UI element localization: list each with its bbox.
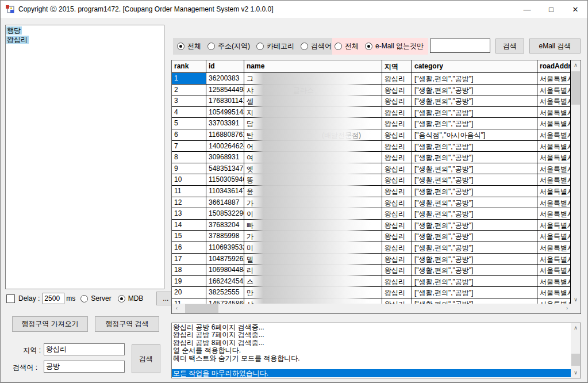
cell[interactable]: 서울특별시 — [537, 186, 571, 197]
cell[interactable]: 서울특별시 — [537, 163, 571, 174]
cell[interactable]: 13 — [172, 208, 206, 219]
scroll-up-icon[interactable]: ∧ — [571, 323, 581, 333]
scroll-down-icon[interactable]: ∨ — [571, 368, 581, 378]
scrollbar-thumb[interactable] — [571, 354, 580, 366]
cell[interactable]: 3 — [172, 95, 206, 106]
cell[interactable]: 왕십리 — [382, 254, 412, 265]
region-input[interactable] — [44, 343, 125, 355]
cell[interactable]: ["생활,편의","공방"] — [412, 254, 537, 265]
cell[interactable]: 37885998 — [206, 231, 244, 242]
scope-radio-option[interactable]: 주소(지역) — [207, 41, 250, 51]
cell[interactable]: 1069804484 — [206, 265, 244, 275]
cell[interactable]: ["생활,편의","공방"] — [412, 231, 537, 242]
log-line[interactable]: 왕십리 공방 6페이지 검색중... — [173, 324, 581, 331]
cell[interactable]: 2 — [172, 85, 206, 95]
scrollbar-thumb[interactable] — [571, 71, 580, 105]
cell[interactable]: ["생활,편의","공방"] — [412, 287, 537, 298]
cell[interactable]: 36200383 — [206, 73, 244, 84]
cell[interactable]: 1150305946 — [206, 174, 244, 185]
scroll-left-icon[interactable]: ‹ — [172, 304, 182, 313]
cell[interactable]: ["생활,편의","공방"] — [412, 163, 537, 174]
cell[interactable]: 서울특별시 — [537, 107, 571, 118]
cell[interactable]: ["생활,편의","공방"] — [412, 73, 537, 84]
region-listbox[interactable]: 행당왕십리 — [5, 25, 164, 289]
cell[interactable]: 왕십리 — [382, 152, 412, 163]
search-regions-button[interactable]: 행정구역 검색 — [95, 316, 159, 332]
list-item[interactable]: 왕십리 — [6, 35, 163, 44]
cell[interactable]: 서울특별시 — [537, 287, 571, 298]
log-line[interactable]: 열 순서를 적용합니다. — [173, 347, 581, 354]
cell[interactable]: ["생활,편의","공방"] — [412, 242, 537, 253]
cell[interactable]: 16 — [172, 242, 206, 253]
cell[interactable]: 서울특별시 — [537, 129, 571, 140]
column-header-0[interactable]: rank — [172, 60, 206, 72]
cell[interactable]: 8 — [172, 152, 206, 163]
list-item[interactable]: 행당 — [6, 26, 163, 35]
scroll-up-icon[interactable]: ∧ — [571, 60, 581, 70]
cell[interactable]: ["생활,편의","공방"] — [412, 197, 537, 208]
grid-horizontal-scrollbar[interactable]: ‹ › — [172, 304, 572, 313]
cell[interactable]: 왕십리 — [382, 95, 412, 106]
cell[interactable]: 서울특별시 — [537, 85, 571, 95]
email-radio-option[interactable]: e-Mail 없는것만 — [365, 41, 424, 51]
cell[interactable]: 1103436147 — [206, 186, 244, 197]
cell[interactable]: 왕십리 — [382, 265, 412, 275]
cell[interactable]: 서울특별시 — [537, 265, 571, 275]
cell[interactable]: 9 — [172, 163, 206, 174]
cell[interactable]: 서울특별시 — [537, 95, 571, 106]
minimize-button[interactable]: — — [515, 1, 539, 18]
cell[interactable]: 서울특별시 — [537, 220, 571, 231]
cell[interactable]: 서울특별시 — [537, 152, 571, 163]
cell[interactable]: ["생활,편의","공방"] — [412, 118, 537, 129]
cell[interactable]: 6 — [172, 129, 206, 140]
cell[interactable]: 38252555 — [206, 287, 244, 298]
grid-vertical-scrollbar[interactable]: ∧ ∨ — [571, 60, 581, 305]
filter-search-input[interactable] — [430, 39, 490, 53]
scope-radio-option[interactable]: 카테고리 — [256, 41, 294, 51]
cell[interactable]: 14 — [172, 220, 206, 231]
left-search-button[interactable]: 검색 — [132, 344, 160, 373]
cell[interactable]: 왕십리 — [382, 208, 412, 219]
cell[interactable]: 5 — [172, 118, 206, 129]
cell[interactable]: ["생활,편의","공방"] — [412, 152, 537, 163]
cell[interactable]: 왕십리 — [382, 107, 412, 118]
cell[interactable]: 서울특별시 — [537, 231, 571, 242]
cell[interactable]: ["생활,편의","공방"] — [412, 95, 537, 106]
cell[interactable]: 36614887 — [206, 197, 244, 208]
column-header-3[interactable]: 지역 — [382, 60, 412, 72]
cell[interactable]: 서울특별시 — [537, 141, 571, 152]
column-header-2[interactable]: name — [244, 60, 382, 72]
source-radio-option[interactable]: Server — [80, 294, 111, 302]
cell[interactable]: 1106939532 — [206, 242, 244, 253]
cell[interactable]: 18 — [172, 265, 206, 275]
column-header-1[interactable]: id — [206, 60, 244, 72]
cell[interactable]: 왕십리 — [382, 118, 412, 129]
cell[interactable]: ["생활,편의","공방"] — [412, 174, 537, 185]
cell[interactable]: ["생활,편의","공방"] — [412, 265, 537, 275]
cell[interactable]: 33703391 — [206, 118, 244, 129]
email-radio-option[interactable]: 전체 — [335, 41, 359, 51]
fetch-regions-button[interactable]: 행정구역 가져오기 — [12, 316, 88, 332]
filter-search-button[interactable]: 검색 — [495, 39, 524, 53]
cell[interactable]: 서울특별시 — [537, 276, 571, 287]
cell[interactable]: 서울특별시 — [537, 242, 571, 253]
cell[interactable]: ["생활,편의","공방"] — [412, 141, 537, 152]
cell[interactable]: 왕십리 — [382, 163, 412, 174]
cell[interactable]: 서울특별시 — [537, 73, 571, 84]
maximize-button[interactable]: □ — [539, 1, 563, 18]
cell[interactable]: 7 — [172, 141, 206, 152]
cell[interactable]: 서울특별시 — [537, 208, 571, 219]
log-vertical-scrollbar[interactable]: ∧ ∨ — [571, 323, 581, 378]
cell[interactable]: 서울특별시 — [537, 254, 571, 265]
cell[interactable]: 왕십리 — [382, 186, 412, 197]
cell[interactable]: 1168808761 — [206, 129, 244, 140]
delay-input[interactable] — [43, 293, 64, 304]
cell[interactable]: ["생활,편의","공방"] — [412, 85, 537, 95]
cell[interactable]: 왕십리 — [382, 174, 412, 185]
cell[interactable]: 왕십리 — [382, 129, 412, 140]
delay-checkbox[interactable] — [6, 294, 15, 303]
email-search-button[interactable]: eMail 검색 — [529, 39, 581, 53]
column-header-5[interactable]: roadAddress — [537, 60, 571, 72]
cell[interactable]: 10 — [172, 174, 206, 185]
cell[interactable]: 서울특별시 — [537, 197, 571, 208]
